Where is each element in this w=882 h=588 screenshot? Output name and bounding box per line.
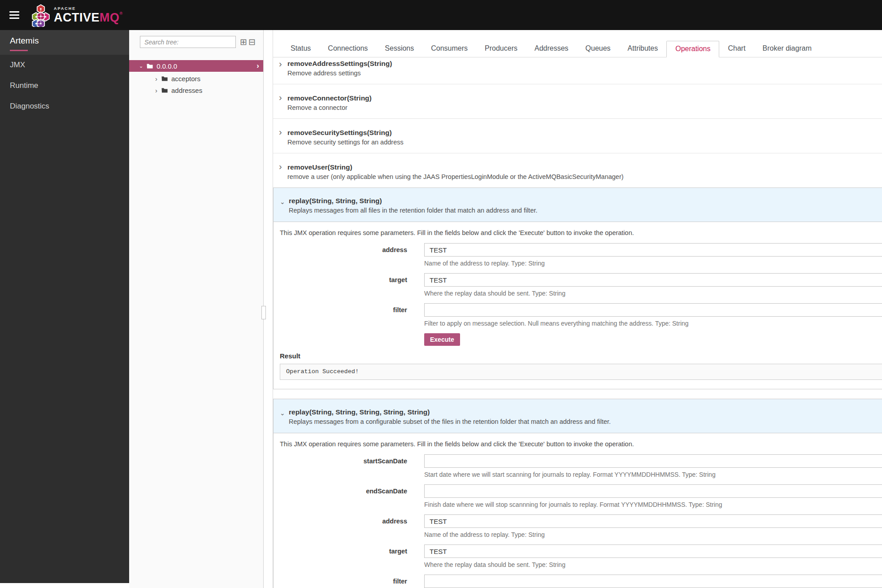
tab-connections[interactable]: Connections	[319, 41, 376, 57]
field-startScanDate-input[interactable]	[424, 454, 882, 468]
expand-all-button[interactable]: ⊞	[240, 38, 247, 46]
left-sidebar: ArtemisJMXRuntimeDiagnostics	[0, 30, 129, 583]
operation-panel-header[interactable]: ⌄replay(String, String, String, String, …	[274, 399, 882, 433]
chevron-right-icon: ›	[155, 75, 157, 83]
tab-producers[interactable]: Producers	[476, 41, 526, 57]
folder-icon	[147, 63, 153, 69]
field-label-startScanDate: startScanDate	[280, 454, 407, 478]
chevron-down-icon: ⌄	[280, 199, 285, 205]
form-row: targetWhere the replay data should be se…	[280, 544, 882, 568]
top-bar: APACHE ACTIVEMQ®	[0, 0, 882, 30]
tab-queues[interactable]: Queues	[577, 41, 619, 57]
field-help-text: Finish date where we will stop scannning…	[424, 501, 882, 508]
field-control: Where the replay data should be sent. Ty…	[424, 273, 882, 297]
operation-item[interactable]: ›removeAddressSettings(String)Remove add…	[273, 57, 882, 84]
execute-button[interactable]: Execute	[424, 333, 460, 346]
operation-panel-header[interactable]: ⌄replay(String, String, String)Replays m…	[274, 188, 882, 222]
field-endScanDate-input[interactable]	[424, 484, 882, 498]
form-row: addressName of the address to replay. Ty…	[280, 514, 882, 538]
operation-item[interactable]: ›removeSecuritySettings(String)Remove se…	[273, 119, 882, 153]
field-help-text: Name of the address to replay. Type: Str…	[424, 260, 882, 267]
tree-node-label: acceptors	[171, 75, 200, 83]
field-label-address: address	[280, 243, 407, 267]
broker-tree: ⌄ 0.0.0.0 › ›acceptors›addresses	[129, 60, 263, 95]
tab-broker-diagram[interactable]: Broker diagram	[754, 41, 820, 57]
sidebar-item-artemis[interactable]: Artemis	[0, 30, 129, 55]
field-label-address: address	[280, 514, 407, 538]
brand-activemq: ACTIVEMQ®	[54, 12, 123, 24]
field-target-input[interactable]	[424, 273, 882, 287]
tab-chart[interactable]: Chart	[719, 41, 754, 57]
field-help-text: Start date where we will start scanning …	[424, 471, 882, 478]
tab-operations[interactable]: Operations	[666, 41, 719, 57]
tab-addresses[interactable]: Addresses	[526, 41, 577, 57]
tree-node-addresses[interactable]: ›addresses	[129, 85, 263, 95]
collapse-all-button[interactable]: ⊟	[248, 38, 256, 46]
tab-status[interactable]: Status	[282, 41, 319, 57]
operation-name: removeSecuritySettings(String)	[287, 129, 882, 136]
main-content: StatusConnectionsSessionsConsumersProduc…	[273, 30, 882, 588]
operation-panel-body: This JMX operation requires some paramet…	[274, 433, 882, 588]
field-target-input[interactable]	[424, 544, 882, 558]
tree-toolbar: ⊞ ⊟	[129, 30, 263, 48]
hamburger-menu-icon[interactable]	[9, 9, 19, 21]
chevron-right-icon: ›	[155, 87, 157, 94]
field-control: Filter to apply on message selection. Nu…	[424, 303, 882, 327]
jmx-tree-panel: ⊞ ⊟ ⌄ 0.0.0.0 › ›acceptors›addresses	[129, 30, 264, 588]
field-address-input[interactable]	[424, 514, 882, 528]
tab-attributes[interactable]: Attributes	[619, 41, 667, 57]
form-row: endScanDateFinish date where we will sto…	[280, 484, 882, 508]
field-label-target: target	[280, 273, 407, 297]
search-input[interactable]	[140, 36, 236, 48]
operation-name: removeAddressSettings(String)	[287, 60, 882, 67]
sidebar-item-diagnostics[interactable]: Diagnostics	[0, 96, 129, 117]
field-control: Where the replay data should be sent. Ty…	[424, 544, 882, 568]
folder-icon	[161, 76, 168, 81]
operation-description: Remove address settings	[287, 70, 882, 77]
sidebar-item-jmx[interactable]: JMX	[0, 55, 129, 75]
tab-consumers[interactable]: Consumers	[422, 41, 476, 57]
field-control: Name of the address to replay. Type: Str…	[424, 514, 882, 538]
operation-item[interactable]: ›removeConnector(String)Remove a connect…	[273, 84, 882, 119]
tab-sessions[interactable]: Sessions	[376, 41, 422, 57]
activemq-logo[interactable]: APACHE ACTIVEMQ®	[32, 4, 123, 27]
tree-node-broker[interactable]: ⌄ 0.0.0.0 ›	[129, 60, 263, 72]
operation-panel: ⌄replay(String, String, String)Replays m…	[273, 187, 882, 389]
tree-node-label: addresses	[171, 87, 202, 94]
operation-description: Remove a connector	[287, 104, 882, 111]
field-filter-input[interactable]	[424, 575, 882, 588]
field-label-target: target	[280, 544, 407, 568]
chevron-down-icon: ⌄	[139, 63, 143, 69]
operation-name: replay(String, String, String, String, S…	[289, 408, 882, 416]
field-address-input[interactable]	[424, 243, 882, 257]
operation-name: removeConnector(String)	[287, 94, 882, 102]
chevron-down-icon: ⌄	[280, 410, 285, 416]
field-label-filter: filter	[280, 575, 407, 588]
execute-row: Execute	[424, 333, 882, 346]
form-row: filterFilter to apply on message selecti…	[280, 575, 882, 588]
chevron-right-icon: ›	[279, 163, 282, 170]
tab-bar: StatusConnectionsSessionsConsumersProduc…	[273, 41, 882, 57]
field-control: Start date where we will start scanning …	[424, 454, 882, 478]
operations-list: ›removeAddressSettings(String)Remove add…	[273, 57, 882, 588]
field-filter-input[interactable]	[424, 303, 882, 317]
operation-instructions: This JMX operation requires some paramet…	[280, 440, 882, 448]
operation-panel-body: This JMX operation requires some paramet…	[274, 222, 882, 389]
field-control: Finish date where we will stop scannning…	[424, 484, 882, 508]
chevron-right-icon: ›	[256, 61, 259, 70]
tree-scrollbar-thumb[interactable]	[261, 306, 266, 319]
operation-item[interactable]: ›removeUser(String)remove a user (only a…	[273, 153, 882, 187]
tree-node-acceptors[interactable]: ›acceptors	[129, 74, 263, 83]
field-help-text: Name of the address to replay. Type: Str…	[424, 531, 882, 538]
operation-name: removeUser(String)	[287, 163, 882, 171]
operation-description: Replays messages from a configurable sub…	[289, 418, 882, 425]
field-control: Filter to apply on message selection. Nu…	[424, 575, 882, 588]
operation-name: replay(String, String, String)	[289, 197, 882, 205]
form-row: filterFilter to apply on message selecti…	[280, 303, 882, 327]
folder-icon	[161, 87, 168, 93]
form-row: targetWhere the replay data should be se…	[280, 273, 882, 297]
chevron-right-icon: ›	[279, 61, 282, 67]
result-label: Result	[280, 352, 882, 360]
sidebar-item-runtime[interactable]: Runtime	[0, 75, 129, 96]
field-control: Name of the address to replay. Type: Str…	[424, 243, 882, 267]
